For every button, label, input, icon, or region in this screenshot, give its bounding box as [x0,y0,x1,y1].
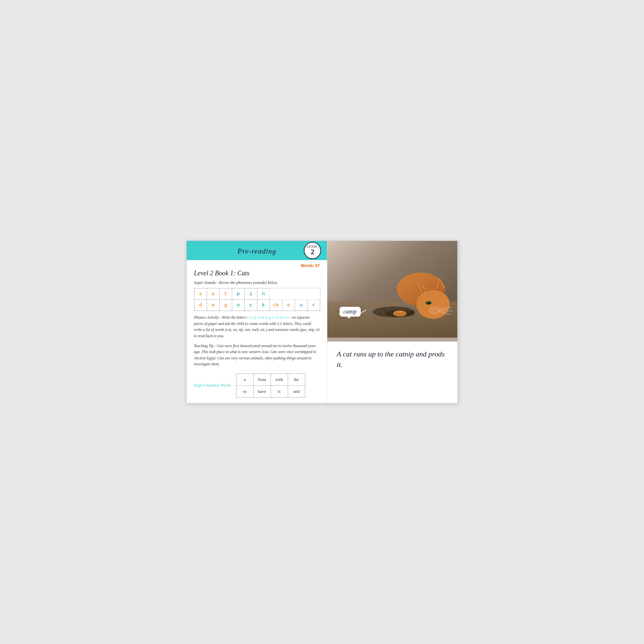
hfw-cell-have: have [253,386,271,397]
cat-image-container: catnip [327,241,457,341]
svg-point-10 [417,290,450,319]
catnip-label-container: catnip [338,309,351,319]
right-page: catnip A cat runs up to the catnip and p… [327,241,457,403]
catnip-label: catnip [340,307,361,317]
phonics-cell-c: c [245,299,257,311]
phonics-cell-a: a [207,288,219,299]
svg-point-23 [394,312,398,316]
hfw-grid: a from with the to have is and [236,373,305,398]
hfw-row-1: a from with the [236,374,305,386]
svg-point-17 [428,302,429,303]
words-count: Words: 67 [194,263,320,268]
phonics-cell-i: i [245,288,257,299]
book-spread: Pre-reading LEVEL 2 Words: 67 Level 2 Bo… [186,241,458,403]
svg-point-6 [411,311,413,313]
story-sentence: A cat runs up to the catnip and prods it… [337,349,448,370]
level-number: 2 [311,248,314,255]
hfw-section: High Frequency Words a from with the to … [194,373,320,398]
phonics-row-2: d m g o c k ck e u r [194,299,320,311]
phonics-cell-k: k [257,299,270,311]
svg-point-4 [384,309,386,311]
svg-point-7 [380,313,381,314]
phonics-cell-d: d [194,299,207,311]
phonics-cell-o: o [232,299,245,311]
phonics-cell-n: n [257,288,270,299]
super-sounds-label: Super Sounds - Revise the phonemes (soun… [194,280,320,285]
phonics-cell-t: t [219,288,232,299]
phonics-cell-ck: ck [270,299,282,311]
hfw-label: High Frequency Words [194,383,231,388]
phonics-cell-m: m [207,299,219,311]
hfw-row-2: to have is and [236,386,305,397]
svg-point-5 [407,308,408,310]
hfw-cell-to: to [236,386,253,397]
phonics-cell-r: r [307,299,320,311]
left-content: Words: 67 Level 2 Book 1: Cats Super Sou… [187,260,327,403]
phonics-cell-p: p [232,288,245,299]
hfw-cell-the: the [288,374,305,386]
teaching-tip: Teaching Tip - Cats were first domestica… [194,343,320,367]
phonics-grid: s a t p i n d m g o c k ck [194,288,320,311]
phonics-cell-e: e [282,299,295,311]
svg-point-26 [429,306,441,315]
phonics-highlight: s a t p i n d m g o c k ck e u r [247,315,291,319]
hfw-cell-a: a [236,374,253,386]
right-text-area: A cat runs up to the catnip and prods it… [327,342,457,403]
words-label: Words: [301,263,314,268]
hfw-cell-is: is [271,386,288,397]
phonics-activity: Phonics Activity - Write the letters s a… [194,314,320,339]
hfw-cell-with: with [271,374,288,386]
hfw-cell-and: and [288,386,305,397]
svg-point-25 [402,312,406,316]
left-page: Pre-reading LEVEL 2 Words: 67 Level 2 Bo… [187,241,327,403]
hfw-cell-from: from [253,374,271,386]
outer-container: Pre-reading LEVEL 2 Words: 67 Level 2 Bo… [173,221,471,423]
level-badge: LEVEL 2 [304,242,321,259]
svg-point-16 [427,301,430,304]
phonics-cell-s: s [194,288,207,299]
header-bar: Pre-reading LEVEL 2 [187,241,327,260]
phonics-cell-u: u [295,299,307,311]
svg-point-24 [398,313,402,317]
header-title: Pre-reading [238,247,276,255]
cat-illustration [327,241,457,338]
book-title: Level 2 Book 1: Cats [194,269,320,277]
words-number: 67 [315,263,320,268]
phonics-row-1: s a t p i n [194,288,320,299]
phonics-cell-g: g [219,299,232,311]
